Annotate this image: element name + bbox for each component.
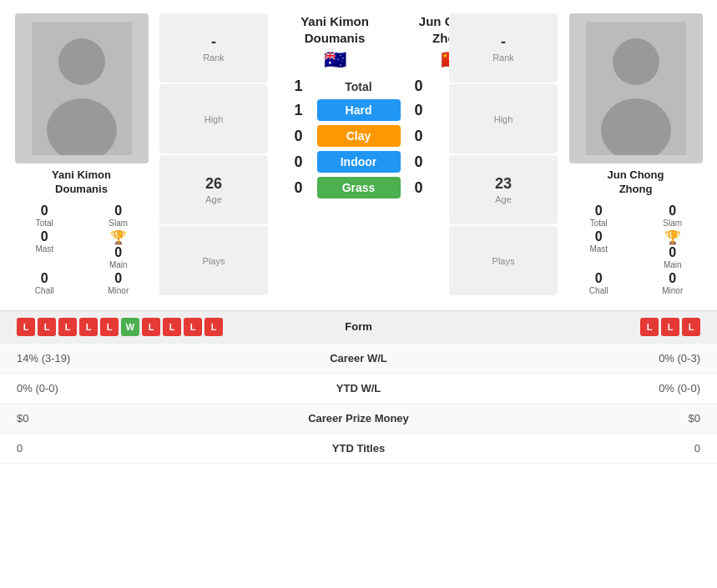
- clay-badge: Clay: [317, 125, 401, 147]
- form-badge-l: L: [640, 318, 659, 336]
- p1-prize: $0: [17, 412, 275, 425]
- p2-career-wl: 0% (0-3): [442, 352, 701, 364]
- p1-trophy-icon: 🏆: [110, 229, 127, 245]
- form-badge-l: L: [142, 318, 160, 336]
- form-badge-l: L: [38, 318, 56, 336]
- form-badge-l: L: [163, 318, 181, 336]
- p1-age-label: Age: [205, 194, 222, 204]
- p1-plays-label: Plays: [203, 256, 225, 266]
- p2-main-label: Main: [664, 260, 682, 269]
- indoor-score-row: 0 Indoor 0: [289, 151, 429, 173]
- total-label: Total: [317, 80, 401, 93]
- p1-main: 0: [114, 245, 122, 260]
- grass-score-row: 0 Grass 0: [289, 177, 429, 199]
- p2-prize: $0: [442, 412, 701, 425]
- p1-total: 0: [41, 204, 48, 219]
- p1-mast: 0: [41, 229, 48, 244]
- clay-p2-score: 0: [409, 128, 429, 145]
- p1-chall: 0: [41, 271, 48, 286]
- p2-minor-label: Minor: [662, 286, 683, 295]
- p2-form-badges: LLL: [442, 318, 701, 336]
- p2-total-label: Total: [590, 219, 608, 228]
- p1-minor-label: Minor: [108, 286, 129, 295]
- form-row: LLLLLWLLLL Form LLL: [0, 311, 717, 344]
- grass-badge: Grass: [317, 177, 401, 199]
- player2-name: Jun Chong Zhong: [608, 168, 664, 197]
- hard-badge: Hard: [317, 99, 401, 121]
- career-wl-row: 14% (3-19) Career W/L 0% (0-3): [0, 344, 717, 374]
- hard-p1-score: 1: [289, 102, 309, 119]
- p1-form-badges: LLLLLWLLLL: [17, 318, 275, 336]
- p2-high-box: High: [449, 84, 558, 153]
- header-p1-name: Yani Kimon Doumanis: [276, 13, 393, 46]
- player1-stats: 0 Total 0 Slam 0 Mast 🏆 0 Main 0: [8, 204, 154, 295]
- main-container: Yani Kimon Doumanis 0 Total 0 Slam 0 Mas…: [0, 0, 717, 464]
- p1-main-label: Main: [109, 260, 128, 269]
- player2-info-panel: - Rank High 23 Age Plays: [449, 13, 558, 295]
- hard-p2-score: 0: [409, 102, 429, 119]
- form-badge-l: L: [58, 318, 77, 336]
- p1-slam: 0: [114, 204, 122, 219]
- clay-p1-score: 0: [289, 128, 309, 145]
- p1-career-wl: 14% (3-19): [17, 352, 275, 364]
- p1-total-label: Total: [36, 219, 53, 228]
- p2-mast: 0: [595, 229, 603, 244]
- total-p2-score: 0: [409, 78, 429, 95]
- p1-rank-label: Rank: [203, 53, 225, 63]
- p1-slam-label: Slam: [109, 219, 128, 228]
- p1-mast-label: Mast: [35, 244, 53, 254]
- player1-card: Yani Kimon Doumanis 0 Total 0 Slam 0 Mas…: [8, 13, 154, 295]
- p2-rank-box: - Rank: [449, 13, 558, 83]
- p2-mast-label: Mast: [589, 244, 608, 254]
- form-badge-l: L: [682, 318, 700, 336]
- p2-slam-label: Slam: [663, 219, 682, 228]
- player1-name: Yani Kimon Doumanis: [52, 168, 111, 197]
- indoor-p1-score: 0: [289, 153, 309, 171]
- p2-trophy-icon: 🏆: [664, 229, 681, 245]
- prize-row: $0 Career Prize Money $0: [0, 404, 717, 434]
- form-badge-w: W: [121, 318, 139, 336]
- player2-avatar: [569, 13, 703, 163]
- clay-score-row: 0 Clay 0: [289, 125, 429, 147]
- p1-flag: 🇦🇺: [276, 49, 393, 71]
- form-badge-l: L: [661, 318, 679, 336]
- form-badge-l: L: [204, 318, 223, 336]
- form-badge-l: L: [79, 318, 98, 336]
- svg-point-1: [58, 38, 105, 85]
- ytd-wl-label: YTD W/L: [275, 382, 442, 395]
- p1-chall-label: Chall: [35, 286, 54, 295]
- indoor-p2-score: 0: [409, 153, 429, 171]
- p2-ytd-titles: 0: [442, 442, 701, 455]
- p2-plays-box: Plays: [449, 226, 558, 295]
- career-wl-label: Career W/L: [275, 352, 442, 364]
- center-section: Yani Kimon Doumanis 🇦🇺 Jun Chong Zhong 🇨…: [273, 13, 444, 295]
- player1-avatar: [15, 13, 149, 163]
- p1-rank-value: -: [211, 33, 216, 51]
- p2-age-value: 23: [495, 175, 512, 193]
- p1-minor: 0: [114, 271, 122, 286]
- top-section: Yani Kimon Doumanis 0 Total 0 Slam 0 Mas…: [0, 0, 717, 304]
- p2-chall: 0: [595, 271, 603, 286]
- p2-age-box: 23 Age: [449, 155, 558, 224]
- p1-ytd-wl: 0% (0-0): [17, 382, 275, 395]
- p1-rank-box: - Rank: [159, 13, 268, 83]
- names-header: Yani Kimon Doumanis 🇦🇺 Jun Chong Zhong 🇨…: [276, 13, 441, 71]
- total-p1-score: 1: [289, 78, 309, 95]
- player2-stats: 0 Total 0 Slam 0 Mast 🏆 0 Main 0: [563, 204, 709, 295]
- p2-main: 0: [669, 245, 676, 260]
- ytd-wl-row: 0% (0-0) YTD W/L 0% (0-0): [0, 374, 717, 404]
- p2-rank-label: Rank: [492, 53, 514, 63]
- p1-ytd-titles: 0: [17, 442, 275, 455]
- p2-rank-value: -: [501, 33, 506, 51]
- grass-p2-score: 0: [409, 179, 429, 197]
- p1-age-box: 26 Age: [159, 155, 268, 224]
- p2-high-label: High: [494, 114, 513, 124]
- p2-ytd-wl: 0% (0-0): [442, 382, 701, 395]
- p2-slam: 0: [669, 204, 676, 219]
- p1-plays-box: Plays: [159, 226, 268, 295]
- form-badge-l: L: [100, 318, 119, 336]
- p2-chall-label: Chall: [589, 286, 608, 295]
- p1-high-box: High: [159, 84, 268, 153]
- form-badge-l: L: [184, 318, 202, 336]
- ytd-titles-row: 0 YTD Titles 0: [0, 434, 717, 464]
